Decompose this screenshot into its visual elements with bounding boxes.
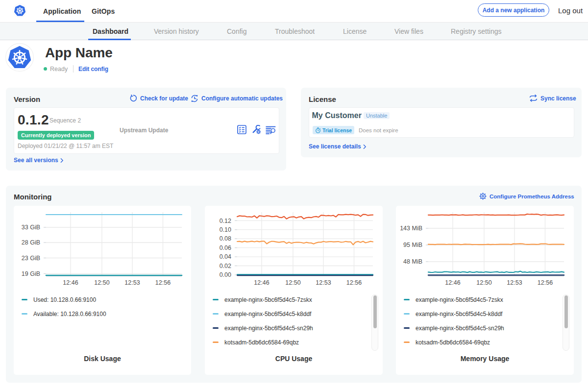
svg-text:0.04: 0.04 <box>220 253 231 260</box>
svg-text:0.10: 0.10 <box>220 226 231 233</box>
svg-text:12:56: 12:56 <box>346 279 362 286</box>
svg-text:0.00: 0.00 <box>220 271 231 278</box>
svg-text:0.06: 0.06 <box>220 244 231 251</box>
svg-text:143 MiB: 143 MiB <box>400 225 422 232</box>
svg-text:12:50: 12:50 <box>94 279 109 286</box>
svg-text:28 GiB: 28 GiB <box>22 239 40 246</box>
svg-text:12:46: 12:46 <box>445 279 460 286</box>
svg-text:12:46: 12:46 <box>63 279 78 286</box>
svg-text:12:53: 12:53 <box>507 279 522 286</box>
svg-text:23 GiB: 23 GiB <box>22 255 40 262</box>
svg-text:12:56: 12:56 <box>155 279 171 286</box>
svg-text:12:56: 12:56 <box>538 279 553 286</box>
svg-text:48 MiB: 48 MiB <box>403 258 422 265</box>
svg-text:0.12: 0.12 <box>220 218 231 224</box>
svg-text:33 GiB: 33 GiB <box>22 224 40 231</box>
svg-text:12:50: 12:50 <box>476 279 491 286</box>
svg-text:12:50: 12:50 <box>285 279 300 286</box>
svg-text:12:46: 12:46 <box>254 279 269 286</box>
svg-text:19 GiB: 19 GiB <box>22 270 40 277</box>
svg-text:0.02: 0.02 <box>220 263 231 269</box>
svg-text:12:53: 12:53 <box>124 279 140 286</box>
svg-text:12:53: 12:53 <box>316 279 331 286</box>
svg-text:0.08: 0.08 <box>220 235 231 242</box>
svg-text:95 MiB: 95 MiB <box>403 242 422 248</box>
